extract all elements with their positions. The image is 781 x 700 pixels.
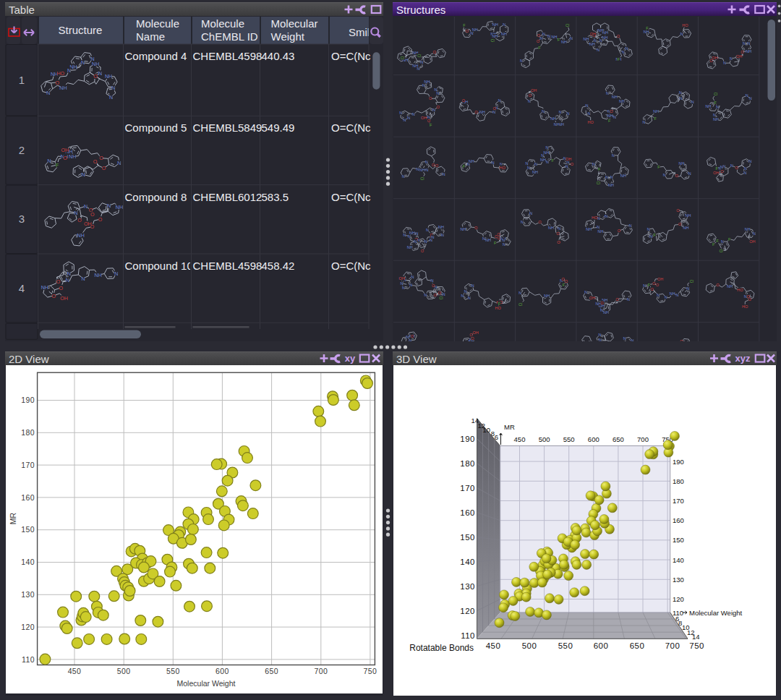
svg-text:O=C(Nc: O=C(Nc [331,121,371,134]
svg-text:N: N [613,115,616,119]
svg-text:N: N [502,238,505,242]
svg-text:N: N [412,351,415,356]
svg-text:N: N [627,297,630,302]
svg-text:HO: HO [737,288,743,292]
svg-text:150: 150 [460,533,475,542]
svg-text:N: N [730,56,733,61]
svg-text:N: N [588,111,591,116]
svg-text:HO: HO [587,120,594,124]
svg-text:OH: OH [536,351,542,355]
svg-text:O: O [437,105,440,109]
svg-text:4: 4 [19,282,25,294]
svg-text:650: 650 [630,641,645,650]
svg-text:N: N [471,283,474,288]
svg-text:N: N [676,342,679,346]
svg-text:N: N [599,338,602,342]
svg-text:O: O [433,50,437,54]
svg-text:CHEMBL6012: CHEMBL6012 [193,191,263,203]
svg-text:N: N [417,364,420,369]
svg-text:O: O [493,106,497,111]
svg-text:N: N [503,22,505,27]
svg-text:OH: OH [736,54,742,59]
svg-text:N: N [680,96,683,101]
svg-text:O: O [474,226,478,230]
svg-text:O: O [411,334,414,338]
svg-text:NH: NH [548,226,554,230]
svg-text:Cl: Cl [597,181,600,185]
svg-text:NH: NH [105,74,112,80]
svg-text:N: N [81,60,85,66]
svg-text:N: N [586,104,589,108]
svg-text:NH: NH [526,362,532,367]
svg-text:OH: OH [60,296,68,302]
svg-text:O: O [549,354,552,358]
svg-text:NH: NH [746,49,751,54]
svg-text:150: 150 [21,525,35,534]
svg-text:120: 120 [673,595,684,603]
svg-text:N: N [643,120,646,124]
svg-text:OH: OH [472,331,478,336]
svg-text:NH: NH [598,229,604,234]
svg-text:N: N [111,85,115,91]
svg-text:O: O [99,155,103,161]
svg-text:O: O [438,349,442,354]
svg-text:HO: HO [495,306,502,310]
svg-text:N: N [559,110,562,114]
svg-text:750: 750 [689,641,704,650]
svg-text:O: O [600,301,604,305]
svg-text:N: N [518,291,521,295]
svg-text:N: N [420,60,423,64]
svg-text:F: F [654,233,657,237]
svg-text:140: 140 [460,558,475,566]
svg-text:O=C(Nc: O=C(Nc [331,50,371,62]
svg-text:NH: NH [620,174,626,179]
svg-text:500: 500 [117,667,131,675]
svg-text:O: O [462,98,466,103]
svg-text:180: 180 [21,428,35,437]
svg-text:N: N [688,171,691,176]
svg-text:NH: NH [683,226,689,230]
svg-text:Cl: Cl [439,296,443,301]
svg-text:O: O [618,229,621,233]
svg-text:583.5: 583.5 [262,191,289,203]
svg-text:O: O [615,350,618,354]
svg-text:OH: OH [712,56,717,60]
svg-text:6: 6 [495,433,498,441]
svg-text:O: O [98,217,103,223]
svg-text:Cl: Cl [566,23,569,27]
svg-text:130: 130 [673,576,684,584]
svg-text:N: N [74,210,78,216]
svg-text:NH: NH [501,32,507,36]
svg-text:N: N [622,341,625,345]
svg-text:NH: NH [544,294,550,298]
svg-text:160: 160 [21,493,35,502]
svg-text:N: N [424,293,427,297]
svg-text:O: O [720,169,724,174]
svg-text:Compound 8: Compound 8 [125,191,187,203]
svg-text:700: 700 [665,641,680,650]
svg-text:F: F [712,242,715,247]
svg-text:700: 700 [637,435,649,443]
svg-text:N: N [431,278,434,283]
svg-text:O: O [557,240,560,244]
svg-text:NH: NH [538,349,544,354]
svg-text:N: N [605,214,608,218]
svg-text:N: N [722,349,725,354]
svg-text:NH: NH [485,238,491,242]
svg-text:N: N [529,211,532,215]
svg-text:N: N [415,231,418,236]
svg-text:N: N [610,175,613,179]
svg-text:N: N [629,224,632,229]
svg-text:N: N [46,90,50,96]
svg-text:N: N [436,92,439,96]
svg-text:N: N [721,239,724,244]
svg-text:N: N [599,38,602,43]
svg-text:OH: OH [84,221,92,227]
svg-text:Compound 5: Compound 5 [125,121,187,134]
svg-text:NH: NH [598,28,604,33]
svg-text:N: N [527,166,530,170]
svg-text:N: N [543,353,546,357]
svg-text:550: 550 [166,667,180,675]
svg-text:Cl: Cl [719,249,722,253]
svg-text:NH: NH [745,227,751,231]
